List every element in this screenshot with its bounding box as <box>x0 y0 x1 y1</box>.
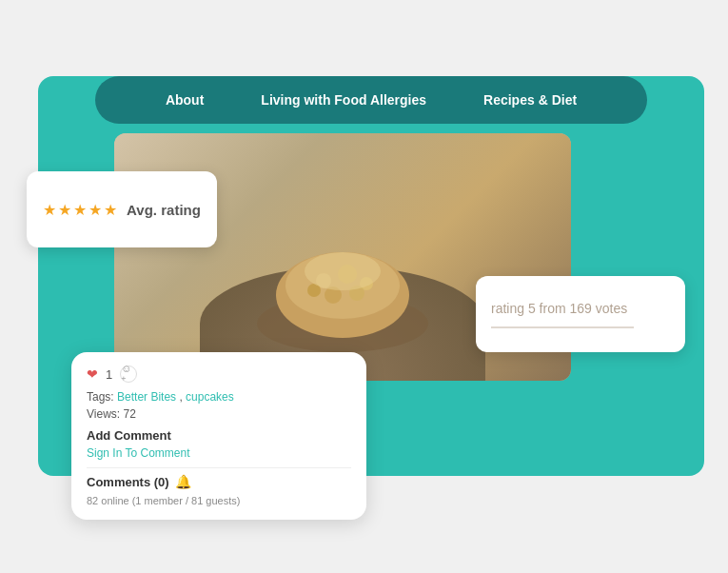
divider <box>87 467 351 468</box>
rating-votes-text: rating 5 from 169 votes <box>491 300 670 319</box>
tag-better-bites[interactable]: Better Bites <box>117 390 176 404</box>
comments-label: Comments (0) <box>87 475 169 489</box>
rating-underline <box>491 326 634 328</box>
online-info: 82 online (1 member / 81 guests) <box>87 495 351 506</box>
heart-icon: ❤ <box>87 366 98 382</box>
add-comment-label: Add Comment <box>87 428 351 443</box>
views-row: Views: 72 <box>87 407 351 421</box>
star-rating: ★★★★★ <box>43 201 119 219</box>
rating-votes-card: rating 5 from 169 votes <box>476 276 685 352</box>
reaction-row: ❤ 1 ☺⁺ <box>87 366 351 383</box>
avg-rating-card: ★★★★★ Avg. rating <box>27 171 217 247</box>
tag-cupcakes[interactable]: cupcakes <box>186 390 234 404</box>
bell-icon[interactable]: 🔔 <box>175 474 191 489</box>
nav-item-recipes[interactable]: Recipes & Diet <box>483 92 577 108</box>
nav-item-food-allergies[interactable]: Living with Food Allergies <box>261 92 426 108</box>
heart-count: 1 <box>106 367 112 382</box>
views-count: 72 <box>123 407 135 421</box>
tags-label: Tags: <box>87 390 114 404</box>
views-label: Views: <box>87 407 120 421</box>
sign-in-to-comment-link[interactable]: Sign In To Comment <box>87 446 351 460</box>
nav-item-about[interactable]: About <box>166 92 204 108</box>
tags-row: Tags: Better Bites , cupcakes <box>87 390 351 404</box>
add-reaction-button[interactable]: ☺⁺ <box>120 366 137 383</box>
comment-card: ❤ 1 ☺⁺ Tags: Better Bites , cupcakes Vie… <box>71 352 366 520</box>
svg-point-9 <box>305 252 381 290</box>
comments-row: Comments (0) 🔔 <box>87 474 351 489</box>
navigation-bar: About Living with Food Allergies Recipes… <box>95 76 647 124</box>
avg-rating-label: Avg. rating <box>127 202 201 218</box>
breaded-food-svg <box>247 200 438 352</box>
